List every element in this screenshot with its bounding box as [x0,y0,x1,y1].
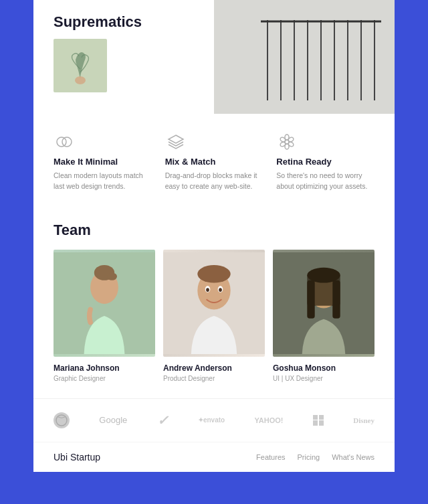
member-name-3: Goshua Monson [273,363,374,373]
logo-disney: Disney [353,416,374,424]
team-member-2: Andrew Anderson Product Designer [163,250,265,382]
team-section: Team [33,208,395,398]
disney-text: Disney [353,416,374,424]
team-title: Team [54,222,374,239]
feature-minimal-title: Make It Minimal [54,157,152,167]
footer-brand-second: Startup [68,452,100,463]
member-photo-1 [54,250,155,357]
svg-point-25 [107,272,117,280]
envato-text: ✦envato [198,416,225,424]
flower-icon [276,133,298,151]
circles-icon [54,133,75,151]
feature-minimal-desc: Clean modern layouts match last web desi… [54,171,152,192]
logo-envato: ✦envato [198,416,225,424]
main-card: Suprematics [33,0,395,472]
svg-point-32 [219,288,222,292]
team-member-1: Mariana Johnson Graphic Designer [54,250,155,382]
top-section: Suprematics [33,0,395,114]
member-role-1: Graphic Designer [54,375,155,382]
logo-google: Google [99,415,127,425]
svg-rect-1 [214,0,395,114]
team-member-3: Goshua Monson UI | UX Designer [273,250,374,382]
svg-rect-37 [307,280,314,318]
feature-retina: Retina Ready So there's no need to worry… [276,133,374,192]
svg-point-12 [57,137,66,147]
team-grid: Mariana Johnson Graphic Designer [54,250,374,382]
member-name-2: Andrew Anderson [163,363,265,373]
logo-ball [54,412,70,428]
google-text: Google [99,415,127,425]
member-photo-3 [273,250,374,357]
member-name-1: Mariana Johnson [54,363,155,373]
brand-title: Suprematics [54,13,201,31]
member-role-3: UI | UX Designer [273,375,374,382]
feature-minimal: Make It Minimal Clean modern layouts mat… [54,133,152,192]
yahoo-text: YAHOO! [255,416,284,424]
nike-swoosh: ✓ [157,412,169,428]
features-section: Make It Minimal Clean modern layouts mat… [33,114,395,208]
footer-brand: Ubi Startup [54,452,100,463]
top-left-panel: Suprematics [33,0,214,114]
feature-mix-title: Mix & Match [165,157,263,167]
svg-rect-38 [332,280,340,318]
svg-point-13 [62,137,72,147]
grid-logo [313,415,324,426]
page-background: Suprematics [0,0,428,504]
logo-nike: ✓ [157,412,169,428]
feature-retina-desc: So there's no need to worry about optimi… [276,171,374,192]
member-photo-2 [163,250,265,357]
footer-link-features[interactable]: Features [256,453,285,461]
svg-point-28 [197,265,230,283]
footer-links: Features Pricing What's News [256,453,374,461]
footer-brand-first: Ubi [54,452,68,463]
plant-image [54,39,107,92]
footer-link-news[interactable]: What's News [332,453,374,461]
svg-point-0 [75,76,86,84]
staircase-image [214,0,395,114]
svg-point-31 [206,288,209,292]
ball-logo [54,412,70,428]
logo-grid [313,415,324,426]
feature-retina-title: Retina Ready [276,157,374,167]
footer: Ubi Startup Features Pricing What's News [33,442,395,472]
layers-icon [165,133,187,151]
top-right-panel [214,0,395,114]
logos-section: Google ✓ ✦envato YAHOO! Disney [33,398,395,442]
feature-mix-desc: Drag-and-drop blocks make it easy to cre… [165,171,263,192]
footer-link-pricing[interactable]: Pricing [298,453,320,461]
svg-point-39 [56,415,67,426]
member-role-2: Product Designer [163,375,265,382]
logo-yahoo: YAHOO! [255,416,284,424]
feature-mix: Mix & Match Drag-and-drop blocks make it… [165,133,263,192]
svg-marker-14 [169,135,183,143]
